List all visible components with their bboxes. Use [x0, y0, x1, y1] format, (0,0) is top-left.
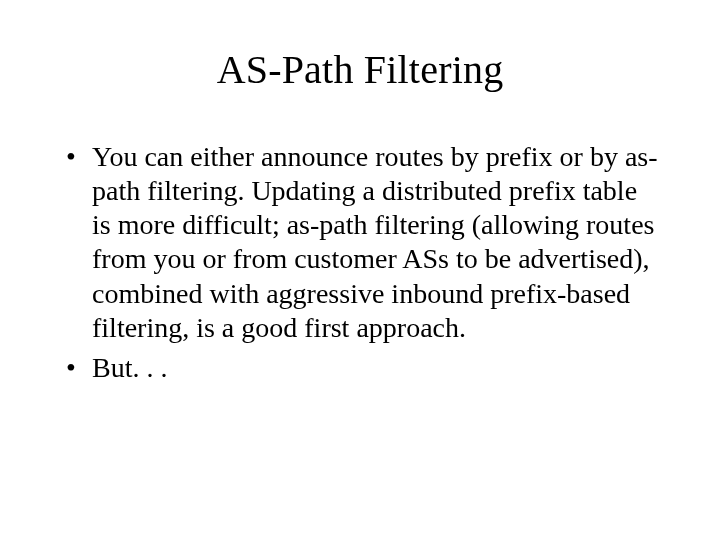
slide-body: You can either announce routes by prefix… — [62, 140, 660, 391]
slide-title: AS-Path Filtering — [0, 46, 720, 93]
bullet-list: You can either announce routes by prefix… — [62, 140, 660, 385]
slide: AS-Path Filtering You can either announc… — [0, 0, 720, 540]
list-item: You can either announce routes by prefix… — [62, 140, 660, 345]
list-item: But. . . — [62, 351, 660, 385]
